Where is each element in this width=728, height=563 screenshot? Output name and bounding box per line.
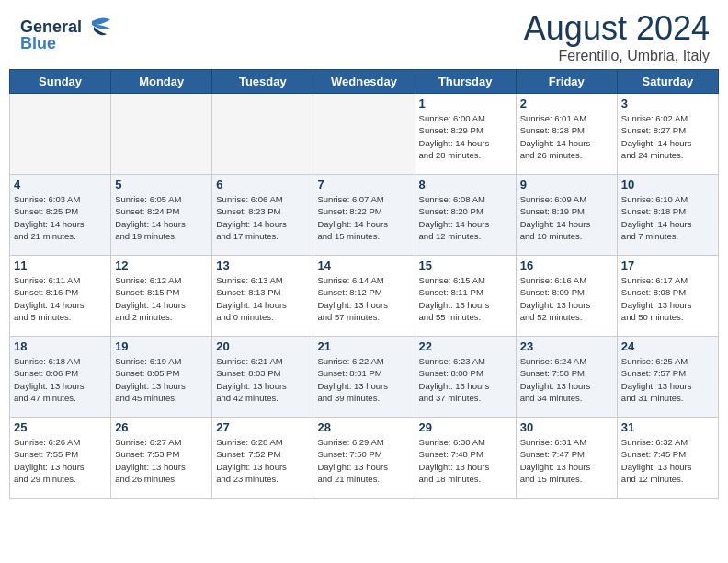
day-number: 4 bbox=[14, 178, 107, 191]
cell-info: Sunrise: 6:23 AMSunset: 8:00 PMDaylight:… bbox=[419, 355, 512, 404]
cell-info: Sunrise: 6:05 AMSunset: 8:24 PMDaylight:… bbox=[115, 193, 208, 242]
calendar-cell: 7Sunrise: 6:07 AMSunset: 8:22 PMDaylight… bbox=[313, 175, 415, 256]
day-header-thursday: Thursday bbox=[415, 70, 516, 94]
calendar-cell: 2Sunrise: 6:01 AMSunset: 8:28 PMDaylight… bbox=[516, 94, 617, 175]
calendar-cell: 13Sunrise: 6:13 AMSunset: 8:13 PMDayligh… bbox=[212, 256, 313, 337]
cell-info: Sunrise: 6:00 AMSunset: 8:29 PMDaylight:… bbox=[419, 112, 512, 161]
cell-info: Sunrise: 6:06 AMSunset: 8:23 PMDaylight:… bbox=[216, 193, 309, 242]
day-number: 9 bbox=[520, 178, 613, 191]
day-number: 29 bbox=[419, 420, 512, 434]
day-number: 19 bbox=[115, 339, 208, 353]
cell-info: Sunrise: 6:25 AMSunset: 7:57 PMDaylight:… bbox=[621, 355, 714, 404]
day-header-monday: Monday bbox=[111, 70, 212, 94]
calendar-cell: 26Sunrise: 6:27 AMSunset: 7:53 PMDayligh… bbox=[111, 418, 212, 499]
day-number: 13 bbox=[216, 259, 309, 272]
day-number: 11 bbox=[14, 259, 107, 272]
calendar-cell: 25Sunrise: 6:26 AMSunset: 7:55 PMDayligh… bbox=[10, 418, 111, 499]
cell-info: Sunrise: 6:02 AMSunset: 8:27 PMDaylight:… bbox=[621, 112, 714, 161]
cell-info: Sunrise: 6:08 AMSunset: 8:20 PMDaylight:… bbox=[419, 193, 512, 242]
cell-info: Sunrise: 6:19 AMSunset: 8:05 PMDaylight:… bbox=[115, 355, 208, 404]
cell-info: Sunrise: 6:09 AMSunset: 8:19 PMDaylight:… bbox=[520, 193, 613, 242]
day-number: 7 bbox=[317, 178, 410, 191]
day-number: 5 bbox=[115, 178, 208, 191]
calendar-cell: 15Sunrise: 6:15 AMSunset: 8:11 PMDayligh… bbox=[415, 256, 516, 337]
header: General Blue August 2024 Ferentillo, Umb… bbox=[0, 0, 728, 69]
cell-info: Sunrise: 6:16 AMSunset: 8:09 PMDaylight:… bbox=[520, 274, 613, 323]
day-number: 2 bbox=[520, 97, 613, 110]
cell-info: Sunrise: 6:10 AMSunset: 8:18 PMDaylight:… bbox=[621, 193, 714, 242]
cell-info: Sunrise: 6:22 AMSunset: 8:01 PMDaylight:… bbox=[317, 355, 410, 404]
calendar-cell: 12Sunrise: 6:12 AMSunset: 8:15 PMDayligh… bbox=[111, 256, 212, 337]
calendar-cell: 31Sunrise: 6:32 AMSunset: 7:45 PMDayligh… bbox=[617, 418, 718, 499]
day-number: 22 bbox=[419, 339, 512, 353]
logo: General Blue bbox=[18, 12, 119, 62]
location: Ferentillo, Umbria, Italy bbox=[524, 48, 710, 64]
calendar-table: SundayMondayTuesdayWednesdayThursdayFrid… bbox=[9, 69, 719, 499]
title-block: August 2024 Ferentillo, Umbria, Italy bbox=[524, 9, 710, 64]
calendar-cell: 23Sunrise: 6:24 AMSunset: 7:58 PMDayligh… bbox=[516, 337, 617, 418]
calendar-cell: 6Sunrise: 6:06 AMSunset: 8:23 PMDaylight… bbox=[212, 175, 313, 256]
day-number: 3 bbox=[621, 97, 714, 110]
calendar-cell: 9Sunrise: 6:09 AMSunset: 8:19 PMDaylight… bbox=[516, 175, 617, 256]
calendar-cell: 18Sunrise: 6:18 AMSunset: 8:06 PMDayligh… bbox=[10, 337, 111, 418]
day-number: 24 bbox=[621, 339, 714, 353]
calendar-cell: 20Sunrise: 6:21 AMSunset: 8:03 PMDayligh… bbox=[212, 337, 313, 418]
calendar-cell: 19Sunrise: 6:19 AMSunset: 8:05 PMDayligh… bbox=[111, 337, 212, 418]
day-number: 10 bbox=[621, 178, 714, 191]
day-number: 8 bbox=[419, 178, 512, 191]
day-number: 17 bbox=[621, 259, 714, 272]
calendar-cell: 28Sunrise: 6:29 AMSunset: 7:50 PMDayligh… bbox=[313, 418, 415, 499]
calendar-cell: 29Sunrise: 6:30 AMSunset: 7:48 PMDayligh… bbox=[415, 418, 516, 499]
calendar-cell: 14Sunrise: 6:14 AMSunset: 8:12 PMDayligh… bbox=[313, 256, 415, 337]
day-number: 18 bbox=[14, 339, 107, 353]
cell-info: Sunrise: 6:24 AMSunset: 7:58 PMDaylight:… bbox=[520, 355, 613, 404]
calendar-cell bbox=[10, 94, 111, 175]
cell-info: Sunrise: 6:03 AMSunset: 8:25 PMDaylight:… bbox=[14, 193, 107, 242]
cell-info: Sunrise: 6:17 AMSunset: 8:08 PMDaylight:… bbox=[621, 274, 714, 323]
cell-info: Sunrise: 6:13 AMSunset: 8:13 PMDaylight:… bbox=[216, 274, 309, 323]
svg-text:General: General bbox=[20, 17, 82, 36]
day-header-saturday: Saturday bbox=[617, 70, 718, 94]
cell-info: Sunrise: 6:18 AMSunset: 8:06 PMDaylight:… bbox=[14, 355, 107, 404]
logo-block: General Blue bbox=[18, 12, 119, 62]
cell-info: Sunrise: 6:01 AMSunset: 8:28 PMDaylight:… bbox=[520, 112, 613, 161]
day-number: 1 bbox=[419, 97, 512, 110]
calendar-cell: 1Sunrise: 6:00 AMSunset: 8:29 PMDaylight… bbox=[415, 94, 516, 175]
day-number: 30 bbox=[520, 420, 613, 434]
day-number: 21 bbox=[317, 339, 410, 353]
cell-info: Sunrise: 6:15 AMSunset: 8:11 PMDaylight:… bbox=[419, 274, 512, 323]
cell-info: Sunrise: 6:11 AMSunset: 8:16 PMDaylight:… bbox=[14, 274, 107, 323]
calendar-cell: 5Sunrise: 6:05 AMSunset: 8:24 PMDaylight… bbox=[111, 175, 212, 256]
calendar: SundayMondayTuesdayWednesdayThursdayFrid… bbox=[0, 69, 728, 503]
calendar-cell bbox=[111, 94, 212, 175]
cell-info: Sunrise: 6:21 AMSunset: 8:03 PMDaylight:… bbox=[216, 355, 309, 404]
cell-info: Sunrise: 6:26 AMSunset: 7:55 PMDaylight:… bbox=[14, 436, 107, 485]
day-number: 31 bbox=[621, 420, 714, 434]
cell-info: Sunrise: 6:28 AMSunset: 7:52 PMDaylight:… bbox=[216, 436, 309, 485]
day-number: 12 bbox=[115, 259, 208, 272]
cell-info: Sunrise: 6:12 AMSunset: 8:15 PMDaylight:… bbox=[115, 274, 208, 323]
calendar-cell: 27Sunrise: 6:28 AMSunset: 7:52 PMDayligh… bbox=[212, 418, 313, 499]
day-number: 28 bbox=[317, 420, 410, 434]
day-number: 6 bbox=[216, 178, 309, 191]
day-number: 23 bbox=[520, 339, 613, 353]
calendar-cell bbox=[313, 94, 415, 175]
day-header-tuesday: Tuesday bbox=[212, 70, 313, 94]
calendar-cell: 11Sunrise: 6:11 AMSunset: 8:16 PMDayligh… bbox=[10, 256, 111, 337]
calendar-cell: 21Sunrise: 6:22 AMSunset: 8:01 PMDayligh… bbox=[313, 337, 415, 418]
day-number: 16 bbox=[520, 259, 613, 272]
calendar-cell: 8Sunrise: 6:08 AMSunset: 8:20 PMDaylight… bbox=[415, 175, 516, 256]
calendar-cell bbox=[212, 94, 313, 175]
calendar-cell: 3Sunrise: 6:02 AMSunset: 8:27 PMDaylight… bbox=[617, 94, 718, 175]
day-header-sunday: Sunday bbox=[10, 70, 111, 94]
cell-info: Sunrise: 6:32 AMSunset: 7:45 PMDaylight:… bbox=[621, 436, 714, 485]
calendar-cell: 10Sunrise: 6:10 AMSunset: 8:18 PMDayligh… bbox=[617, 175, 718, 256]
cell-info: Sunrise: 6:30 AMSunset: 7:48 PMDaylight:… bbox=[419, 436, 512, 485]
day-number: 15 bbox=[419, 259, 512, 272]
day-header-wednesday: Wednesday bbox=[313, 70, 415, 94]
day-header-friday: Friday bbox=[516, 70, 617, 94]
svg-text:Blue: Blue bbox=[20, 34, 56, 52]
calendar-cell: 22Sunrise: 6:23 AMSunset: 8:00 PMDayligh… bbox=[415, 337, 516, 418]
calendar-cell: 30Sunrise: 6:31 AMSunset: 7:47 PMDayligh… bbox=[516, 418, 617, 499]
calendar-cell: 4Sunrise: 6:03 AMSunset: 8:25 PMDaylight… bbox=[10, 175, 111, 256]
